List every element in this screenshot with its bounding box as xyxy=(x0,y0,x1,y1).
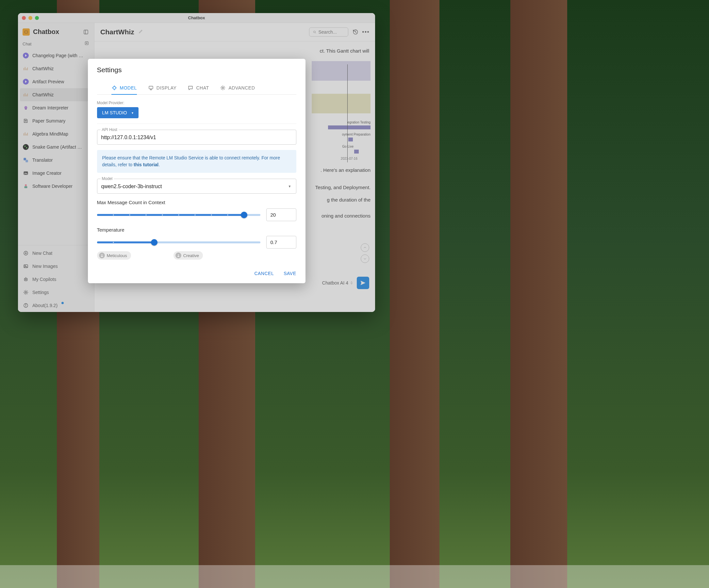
temperature-label: Temperature xyxy=(97,227,296,233)
svg-rect-35 xyxy=(113,86,116,89)
tab-label: DISPLAY xyxy=(157,85,177,90)
model-provider-label: Model Provider: xyxy=(97,101,296,105)
modal-title: Settings xyxy=(97,66,296,74)
api-host-field[interactable]: API Host xyxy=(97,130,296,145)
api-host-label: API Host xyxy=(101,127,119,132)
tab-chat[interactable]: CHAT xyxy=(187,82,209,95)
chip-meticulous[interactable]: Meticulous xyxy=(97,251,131,260)
divider xyxy=(97,124,296,124)
modal-overlay[interactable]: Settings MODEL DISPLAY CHAT ADVANCED xyxy=(18,13,375,312)
chip-label: Meticulous xyxy=(107,253,127,258)
chip-label: Creative xyxy=(183,253,199,258)
chip-icon xyxy=(111,85,117,91)
notice-banner: Please ensure that the Remote LM Studio … xyxy=(97,150,296,173)
avatar-icon xyxy=(99,252,105,259)
tab-advanced[interactable]: ADVANCED xyxy=(220,82,255,95)
chip-creative[interactable]: Creative xyxy=(174,251,203,260)
gear-icon xyxy=(220,85,226,91)
model-select-value: qwen2.5-coder-3b-instruct xyxy=(101,184,292,189)
max-count-label: Max Message Count in Context xyxy=(97,199,296,205)
svg-point-43 xyxy=(222,87,224,89)
chevron-down-icon: ▼ xyxy=(288,185,291,188)
avatar-icon xyxy=(176,252,181,259)
svg-rect-40 xyxy=(149,86,153,89)
app-window: Chatbox Chatbox Chat xyxy=(18,13,375,312)
max-count-slider[interactable] xyxy=(97,214,260,216)
model-select[interactable]: Model qwen2.5-coder-3b-instruct ▼ xyxy=(97,179,296,194)
tab-label: CHAT xyxy=(196,85,209,90)
save-button[interactable]: SAVE xyxy=(284,271,296,276)
model-provider-value: LM STUDIO xyxy=(102,110,127,115)
temperature-slider[interactable] xyxy=(97,241,260,243)
model-select-label: Model xyxy=(101,177,114,181)
cancel-button[interactable]: CANCEL xyxy=(254,271,274,276)
api-host-input[interactable] xyxy=(101,135,292,140)
monitor-icon xyxy=(148,85,154,91)
chat-icon xyxy=(187,85,193,91)
tutorial-link[interactable]: this tutorial xyxy=(134,162,158,167)
settings-tabs: MODEL DISPLAY CHAT ADVANCED xyxy=(97,82,296,95)
tab-display[interactable]: DISPLAY xyxy=(148,82,177,95)
svg-point-45 xyxy=(178,255,179,256)
tab-label: MODEL xyxy=(120,85,137,90)
slider-thumb[interactable] xyxy=(151,239,157,246)
settings-modal: Settings MODEL DISPLAY CHAT ADVANCED xyxy=(88,59,306,283)
notice-text: Please ensure that the Remote LM Studio … xyxy=(102,155,280,167)
svg-point-44 xyxy=(101,255,102,256)
slider-thumb[interactable] xyxy=(241,212,247,218)
temperature-value[interactable]: 0.7 xyxy=(266,236,296,248)
tab-model[interactable]: MODEL xyxy=(111,82,137,95)
tab-label: ADVANCED xyxy=(228,85,255,90)
chevron-down-icon: ▾ xyxy=(132,111,133,115)
max-count-value[interactable]: 20 xyxy=(266,208,296,221)
model-provider-dropdown[interactable]: LM STUDIO ▾ xyxy=(97,107,138,118)
